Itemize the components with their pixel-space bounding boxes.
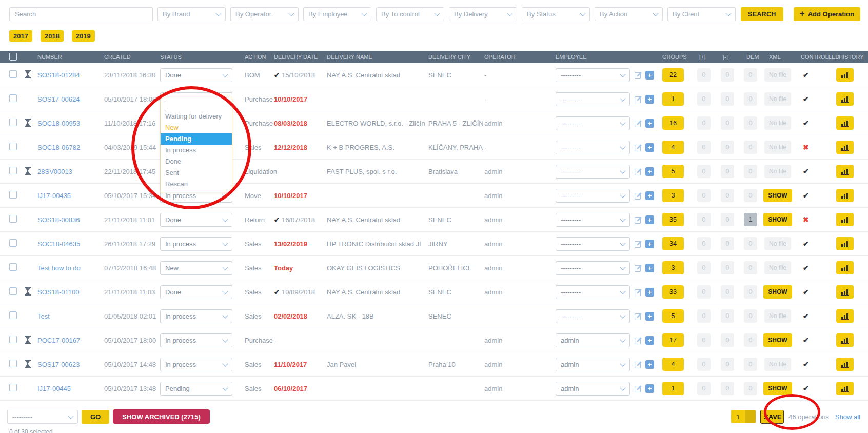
add-employee-button[interactable]: + bbox=[645, 215, 654, 224]
year-button-2019[interactable]: 2019 bbox=[72, 30, 95, 42]
history-button[interactable] bbox=[836, 141, 854, 154]
xml-button[interactable]: No file bbox=[764, 68, 791, 82]
row-checkbox[interactable] bbox=[9, 70, 17, 78]
groups-badge[interactable]: 5 bbox=[662, 309, 684, 323]
xml-button[interactable]: No file bbox=[764, 141, 791, 154]
add-employee-button[interactable]: + bbox=[645, 240, 654, 248]
row-checkbox[interactable] bbox=[9, 263, 17, 271]
row-checkbox[interactable] bbox=[9, 384, 17, 391]
status-option[interactable]: Rescan bbox=[161, 179, 232, 190]
add-employee-button[interactable]: + bbox=[645, 191, 654, 200]
filter-by-action[interactable]: By Action bbox=[595, 7, 663, 21]
row-checkbox[interactable] bbox=[9, 311, 17, 319]
history-button[interactable] bbox=[836, 333, 854, 347]
xml-button[interactable]: No file bbox=[764, 92, 791, 106]
add-employee-button[interactable]: + bbox=[645, 288, 654, 297]
employee-select[interactable]: admin bbox=[556, 333, 630, 347]
groups-badge[interactable]: 33 bbox=[662, 285, 684, 299]
employee-select[interactable]: --------- bbox=[556, 213, 630, 227]
employee-select[interactable]: --------- bbox=[556, 237, 630, 251]
status-option[interactable]: Done bbox=[161, 156, 232, 167]
row-checkbox[interactable] bbox=[9, 143, 17, 150]
status-option[interactable]: Sent bbox=[161, 167, 232, 179]
go-button[interactable]: GO bbox=[82, 410, 109, 424]
edit-employee-icon[interactable] bbox=[635, 71, 642, 79]
status-select[interactable]: In process bbox=[160, 309, 232, 323]
add-employee-button[interactable]: + bbox=[645, 264, 654, 272]
history-button[interactable] bbox=[836, 358, 854, 371]
operation-number-link[interactable]: SOS17-00623 bbox=[37, 361, 80, 368]
row-checkbox[interactable] bbox=[9, 167, 17, 174]
employee-select[interactable]: --------- bbox=[556, 285, 630, 299]
edit-employee-icon[interactable] bbox=[635, 216, 642, 224]
status-select[interactable]: In process bbox=[160, 333, 232, 347]
edit-employee-icon[interactable] bbox=[635, 240, 642, 248]
status-select[interactable]: New bbox=[160, 261, 232, 275]
xml-button[interactable]: SHOW bbox=[763, 333, 792, 347]
add-employee-button[interactable]: + bbox=[645, 360, 654, 369]
xml-button[interactable]: SHOW bbox=[763, 213, 792, 226]
filter-by-client[interactable]: By Client bbox=[667, 7, 736, 21]
status-option[interactable]: Waiting for delivery bbox=[161, 111, 232, 122]
status-select[interactable]: Done bbox=[160, 285, 232, 299]
status-select[interactable]: Done bbox=[160, 213, 232, 227]
history-button[interactable] bbox=[836, 189, 854, 202]
history-button[interactable] bbox=[836, 309, 854, 323]
xml-button[interactable]: No file bbox=[764, 309, 791, 323]
status-select[interactable]: In process bbox=[160, 237, 232, 251]
row-checkbox[interactable] bbox=[9, 191, 17, 199]
employee-select[interactable]: admin bbox=[556, 358, 630, 371]
history-button[interactable] bbox=[836, 261, 854, 274]
history-button[interactable] bbox=[836, 116, 854, 130]
add-employee-button[interactable]: + bbox=[645, 167, 654, 176]
groups-badge[interactable]: 4 bbox=[662, 141, 684, 154]
history-button[interactable] bbox=[836, 382, 854, 395]
edit-employee-icon[interactable] bbox=[635, 385, 642, 392]
employee-select[interactable]: --------- bbox=[556, 92, 630, 106]
history-button[interactable] bbox=[836, 237, 854, 250]
save-button[interactable]: SAVE bbox=[760, 410, 784, 424]
year-button-2018[interactable]: 2018 bbox=[41, 30, 64, 42]
groups-badge[interactable]: 35 bbox=[662, 213, 684, 226]
history-button[interactable] bbox=[836, 213, 854, 226]
bulk-action-select[interactable]: --------- bbox=[7, 410, 78, 424]
groups-badge[interactable]: 1 bbox=[662, 92, 684, 106]
groups-badge[interactable]: 5 bbox=[662, 165, 684, 178]
operation-number-link[interactable]: SOS18-01284 bbox=[37, 71, 80, 79]
edit-employee-icon[interactable] bbox=[635, 361, 642, 368]
add-employee-button[interactable]: + bbox=[645, 384, 654, 393]
row-checkbox[interactable] bbox=[9, 215, 17, 223]
groups-badge[interactable]: 3 bbox=[662, 189, 684, 202]
operation-number-link[interactable]: SOS18-00836 bbox=[37, 216, 80, 224]
add-employee-button[interactable]: + bbox=[645, 95, 654, 104]
row-checkbox[interactable] bbox=[9, 239, 17, 247]
edit-employee-icon[interactable] bbox=[635, 337, 642, 344]
status-select[interactable]: Done bbox=[160, 68, 232, 82]
groups-badge[interactable]: 17 bbox=[662, 333, 684, 347]
employee-select[interactable]: --------- bbox=[556, 68, 630, 82]
operation-number-link[interactable]: SOS17-00624 bbox=[37, 95, 80, 103]
status-select[interactable]: In process bbox=[160, 358, 232, 371]
operation-number-link[interactable]: POC17-00167 bbox=[37, 337, 80, 344]
xml-button[interactable]: SHOW bbox=[763, 189, 792, 202]
xml-button[interactable]: No file bbox=[764, 261, 791, 274]
employee-select[interactable]: admin bbox=[556, 382, 630, 396]
employee-select[interactable]: --------- bbox=[556, 141, 630, 154]
edit-employee-icon[interactable] bbox=[635, 168, 642, 175]
add-employee-button[interactable]: + bbox=[645, 71, 654, 80]
operation-number-link[interactable]: SOC18-06782 bbox=[37, 144, 80, 151]
row-checkbox[interactable] bbox=[9, 94, 17, 102]
operation-number-link[interactable]: IJ17-00445 bbox=[37, 385, 71, 392]
employee-select[interactable]: --------- bbox=[556, 116, 630, 130]
status-option[interactable]: New bbox=[161, 122, 232, 133]
history-button[interactable] bbox=[836, 68, 854, 82]
row-checkbox[interactable] bbox=[9, 360, 17, 367]
employee-select[interactable]: --------- bbox=[556, 261, 630, 275]
status-option[interactable]: Pending bbox=[161, 133, 232, 145]
filter-by-employee[interactable]: By Employee bbox=[303, 7, 371, 21]
show-archived-button[interactable]: SHOW ARCHIVED (2715) bbox=[113, 409, 210, 424]
operation-number-link[interactable]: Test bbox=[37, 312, 50, 320]
employee-select[interactable]: --------- bbox=[556, 309, 630, 323]
status-option[interactable]: In process bbox=[161, 145, 232, 156]
operation-number-link[interactable]: IJ17-00435 bbox=[37, 192, 71, 200]
